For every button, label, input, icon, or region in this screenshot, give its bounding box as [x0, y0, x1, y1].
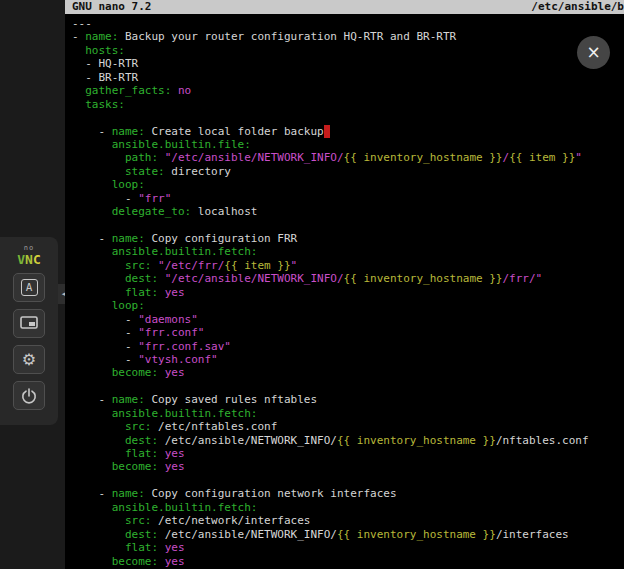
- editor-line: state: directory: [72, 165, 624, 178]
- novnc-logo-text: VNC: [0, 253, 58, 266]
- editor-line: dest: /etc/ansible/NETWORK_INFO/{{ inven…: [72, 528, 624, 541]
- editor-content[interactable]: ---- name: Backup your router configurat…: [65, 14, 624, 568]
- power-icon: [20, 387, 38, 405]
- settings-button[interactable]: ⚙: [13, 345, 45, 374]
- vnc-sidebar: no VNC A ⚙ ◀: [0, 0, 65, 569]
- extra-keys-button[interactable]: A: [13, 273, 45, 302]
- close-button[interactable]: ×: [577, 36, 610, 69]
- editor-line: - "frr.conf.sav": [72, 340, 624, 353]
- editor-line: - name: Create local folder backup: [72, 125, 624, 138]
- editor-line: flat: yes: [72, 286, 624, 299]
- editor-line: dest: "/etc/ansible/NETWORK_INFO/{{ inve…: [72, 272, 624, 285]
- editor-line: [72, 219, 624, 232]
- gear-icon: ⚙: [22, 352, 36, 368]
- editor-line: become: yes: [72, 460, 624, 473]
- editor-line: - name: Copy saved rules nftables: [72, 393, 624, 406]
- editor-line: flat: yes: [72, 447, 624, 460]
- editor-line: path: "/etc/ansible/NETWORK_INFO/{{ inve…: [72, 151, 624, 164]
- screen: no VNC A ⚙ ◀: [0, 0, 624, 569]
- editor-line: loop:: [72, 178, 624, 191]
- extra-keys-icon: A: [21, 279, 38, 296]
- nano-version-label: GNU nano 7.2: [72, 0, 151, 14]
- editor-line: - "daemons": [72, 313, 624, 326]
- editor-line: src: "/etc/frr/{{ item }}": [72, 259, 624, 272]
- editor-line: gather_facts: no: [72, 84, 624, 97]
- editor-line: ansible.builtin.fetch:: [72, 407, 624, 420]
- editor-line: become: yes: [72, 366, 624, 379]
- fullscreen-button[interactable]: [13, 309, 45, 338]
- nano-titlebar: GNU nano 7.2 /etc/ansible/b: [65, 0, 624, 14]
- editor-line: [72, 474, 624, 487]
- editor-line: src: /etc/network/interfaces: [72, 514, 624, 527]
- editor-line: flat: yes: [72, 541, 624, 554]
- editor-line: [72, 111, 624, 124]
- editor-line: ---: [72, 17, 624, 30]
- editor-line: [72, 380, 624, 393]
- file-path-label: /etc/ansible/b: [531, 0, 624, 14]
- terminal-window: GNU nano 7.2 /etc/ansible/b ---- name: B…: [65, 0, 624, 569]
- novnc-logo: no VNC: [0, 243, 58, 266]
- editor-line: - "frr.conf": [72, 326, 624, 339]
- editor-line: become: yes: [72, 555, 624, 568]
- editor-line: hosts:: [72, 44, 624, 57]
- disconnect-button[interactable]: [13, 381, 45, 410]
- editor-line: - BR-RTR: [72, 71, 624, 84]
- editor-line: loop:: [72, 299, 624, 312]
- editor-line: delegate_to: localhost: [72, 205, 624, 218]
- editor-line: - "frr": [72, 192, 624, 205]
- editor-line: - name: Copy configuration FRR: [72, 232, 624, 245]
- editor-line: dest: /etc/ansible/NETWORK_INFO/{{ inven…: [72, 434, 624, 447]
- editor-line: ansible.builtin.fetch:: [72, 245, 624, 258]
- editor-line: tasks:: [72, 98, 624, 111]
- vnc-control-panel: no VNC A ⚙: [0, 237, 58, 425]
- editor-line: - name: Copy configuration network inter…: [72, 487, 624, 500]
- fullscreen-icon: [20, 316, 38, 331]
- editor-line: ansible.builtin.file:: [72, 138, 624, 151]
- text-cursor: [324, 125, 331, 138]
- editor-line: ansible.builtin.fetch:: [72, 501, 624, 514]
- editor-line: - name: Backup your router configuration…: [72, 30, 624, 43]
- editor-line: - HQ-RTR: [72, 57, 624, 70]
- editor-line: src: /etc/nftables.conf: [72, 420, 624, 433]
- editor-line: - "vtysh.conf": [72, 353, 624, 366]
